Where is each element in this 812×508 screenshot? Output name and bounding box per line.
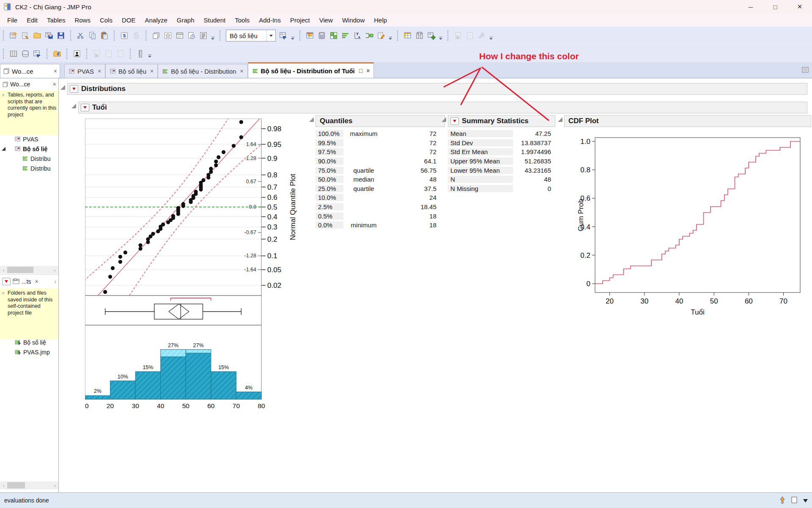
tree-item-2[interactable]: Bộ số liệ — [0, 144, 58, 154]
menu-item-rows[interactable]: Rows — [70, 15, 95, 25]
workspace-panel-close-icon[interactable]: × — [54, 68, 57, 75]
tree-item-1[interactable]: PVAS — [0, 134, 58, 144]
tab-close-icon[interactable]: × — [98, 68, 101, 75]
layered-windows-icon[interactable] — [150, 30, 162, 41]
cdf-plot[interactable]: 00.20.40.60.81.0203040506070Cum ProbTuổi — [578, 133, 812, 324]
tree-item-4[interactable]: Distribu — [0, 163, 58, 173]
outline-collapse-icon[interactable] — [309, 117, 314, 122]
menu-item-cols[interactable]: Cols — [95, 15, 117, 25]
menu-item-view[interactable]: View — [315, 15, 337, 25]
outline-collapse-icon[interactable] — [442, 117, 446, 122]
add-table-icon[interactable] — [425, 30, 437, 41]
sidebar-scrollbar-bottom[interactable]: ‹ › — [0, 481, 58, 489]
note-close-icon[interactable]: × — [2, 290, 5, 297]
workspace-list-tab[interactable]: Wo...ce × — [0, 78, 58, 91]
distribution-platform-icon[interactable] — [328, 30, 340, 41]
toolbar-overflow-icon[interactable] — [388, 30, 393, 42]
window-state-icon[interactable] — [791, 496, 797, 505]
cut-icon[interactable] — [75, 30, 87, 41]
menu-item-window[interactable]: Window — [337, 15, 369, 25]
excel-import-icon[interactable] — [71, 48, 83, 60]
scroll-left-icon[interactable]: ‹ — [0, 483, 7, 488]
chevron-down-icon[interactable] — [266, 30, 275, 41]
menu-item-help[interactable]: Help — [369, 15, 392, 25]
workspace-list-close-icon[interactable]: × — [53, 81, 56, 88]
menu-item-project[interactable]: Project — [285, 15, 315, 25]
contents-menu-button[interactable] — [2, 278, 11, 285]
copy-icon[interactable] — [87, 30, 99, 41]
sidebar-scrollbar-top[interactable]: ‹ › — [0, 266, 58, 274]
table-selector-combo[interactable]: Bộ số liệu — [226, 30, 276, 41]
show-data-table-icon[interactable] — [277, 30, 289, 41]
project-file-2[interactable]: PVAS.jmp — [0, 347, 58, 357]
menu-item-file[interactable]: File — [3, 15, 22, 25]
scroll-top-icon[interactable] — [779, 496, 785, 505]
tab-close-icon[interactable]: × — [240, 68, 243, 75]
scroll-right-icon[interactable]: › — [51, 483, 58, 488]
quantiles-header[interactable]: Quantiles — [315, 115, 445, 127]
contents-panel-tab[interactable]: ...ts × › — [0, 274, 58, 289]
outline-collapse-icon[interactable] — [60, 85, 65, 90]
preferences-icon[interactable]: $ — [118, 30, 130, 41]
data-filter-icon[interactable] — [402, 30, 414, 41]
table-grid-icon[interactable] — [8, 48, 19, 60]
distributions-outline-header[interactable]: Distributions — [67, 83, 807, 95]
toolbar-overflow-icon[interactable] — [210, 30, 215, 42]
outline-collapse-icon[interactable] — [71, 104, 76, 108]
summary-statistics-header[interactable]: Summary Statistics — [448, 115, 555, 127]
note-close-icon[interactable]: × — [2, 92, 5, 99]
save-icon[interactable] — [55, 30, 67, 41]
scroll-left-icon[interactable]: ‹ — [0, 268, 7, 273]
outline-collapse-icon[interactable] — [558, 117, 562, 122]
graph-builder-icon[interactable] — [340, 30, 351, 41]
contents-close-icon[interactable]: × — [35, 278, 38, 285]
tree-expand-icon[interactable] — [2, 147, 5, 151]
tab-list-icon[interactable] — [802, 67, 809, 75]
database-icon[interactable] — [19, 48, 31, 60]
cdf-plot-header[interactable]: CDF Plot — [564, 115, 811, 127]
toolbar-overflow-icon[interactable] — [147, 47, 152, 60]
menu-item-tables[interactable]: Tables — [42, 15, 70, 25]
menu-item-graph[interactable]: Graph — [172, 15, 199, 25]
document-tab-2[interactable]: Bộ số liệu× — [105, 64, 158, 78]
menu-item-student[interactable]: Student — [199, 15, 230, 25]
paste-icon[interactable] — [99, 30, 110, 41]
workspace-panel-tab[interactable]: Wo...ce × — [0, 64, 60, 78]
journal-window-icon[interactable] — [174, 30, 186, 41]
statusbar-dropdown-icon[interactable] — [803, 497, 808, 504]
document-tab-1[interactable]: PVAS× — [64, 64, 105, 78]
recent-files-icon[interactable] — [186, 30, 198, 41]
toolbar-overflow-icon[interactable] — [488, 30, 494, 42]
menu-item-doe[interactable]: DOE — [117, 15, 140, 25]
table-export-icon[interactable] — [31, 48, 43, 60]
menu-item-edit[interactable]: Edit — [22, 15, 42, 25]
columns-viewer-icon[interactable] — [414, 30, 425, 41]
formula-editor-icon[interactable] — [375, 30, 387, 41]
join-tables-icon[interactable] — [363, 30, 375, 41]
toolbar-overflow-icon[interactable] — [438, 30, 443, 42]
calculator-icon[interactable] — [316, 30, 328, 41]
open-project-icon[interactable] — [51, 48, 63, 60]
import-data-icon[interactable] — [43, 30, 55, 41]
close-button[interactable]: ✕ — [787, 0, 812, 14]
variable-menu-button[interactable] — [81, 104, 89, 111]
variable-outline-header[interactable]: Tuổi — [78, 102, 807, 113]
fit-y-by-x-icon[interactable]: Yx — [351, 30, 363, 41]
summary-statistics-menu-button[interactable] — [450, 117, 459, 125]
minimize-button[interactable]: ─ — [738, 0, 763, 14]
favorites-icon[interactable] — [162, 30, 174, 41]
column-info-icon[interactable] — [134, 48, 146, 60]
tab-close-icon[interactable]: × — [150, 68, 154, 75]
distributions-menu-button[interactable] — [70, 85, 78, 93]
tab-close-icon[interactable]: × — [366, 67, 370, 74]
toolbar-overflow-icon[interactable] — [290, 30, 295, 42]
document-tab-4[interactable]: Bộ số liệu - Distribution of Tuổi□× — [248, 62, 374, 78]
log-window-icon[interactable] — [198, 30, 209, 41]
tree-item-3[interactable]: Distribu — [0, 154, 58, 163]
scroll-right-icon[interactable]: › — [51, 268, 58, 273]
menu-item-analyze[interactable]: Analyze — [140, 15, 172, 25]
data-table-icon[interactable] — [304, 30, 316, 41]
new-data-table-icon[interactable] — [8, 30, 19, 41]
tab-overflow-right-icon[interactable]: › — [54, 278, 56, 285]
maximize-button[interactable]: □ — [763, 0, 787, 14]
